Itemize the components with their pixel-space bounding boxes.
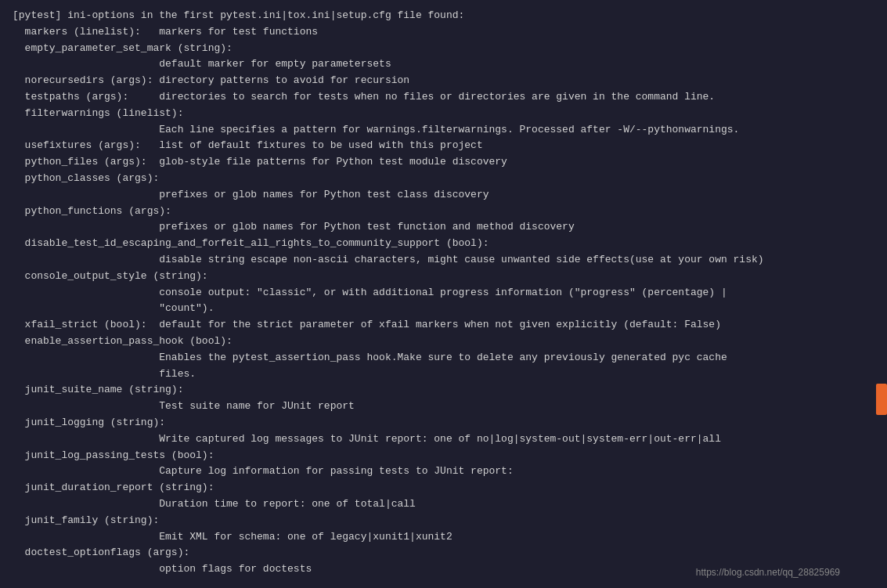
terminal-line: files. [13,366,874,383]
scrollbar-indicator[interactable] [876,384,887,415]
terminal-line: disable_test_id_escaping_and_forfeit_all… [13,236,874,252]
terminal-line: prefixes or glob names for Python test c… [13,187,874,204]
terminal-line: norecursedirs (args): directory patterns… [13,73,874,89]
terminal-line: filterwarnings (linelist): [13,106,874,122]
terminal-line: junit_log_passing_tests (bool): [13,448,874,464]
terminal-line: Test suite name for JUnit report [13,399,874,415]
terminal-line: Each line specifies a pattern for warnin… [13,122,874,139]
terminal-line: junit_suite_name (string): [13,382,874,399]
terminal-line: junit_logging (string): [13,415,874,431]
terminal-line: [pytest] ini-options in the first pytest… [13,8,874,24]
terminal-line: Capture log information for passing test… [13,464,874,480]
terminal-line: doctest_optionflags (args): [13,545,874,561]
terminal-line: Emit XML for schema: one of legacy|xunit… [13,529,874,546]
terminal-line: junit_duration_report (string): [13,480,874,496]
terminal-window: [pytest] ini-options in the first pytest… [0,0,887,588]
terminal-line: enable_assertion_pass_hook (bool): [13,334,874,350]
terminal-line: Enables the pytest_assertion_pass hook.M… [13,350,874,366]
terminal-line: markers (linelist): markers for test fun… [13,24,874,41]
terminal-line: empty_parameter_set_mark (string): [13,41,874,57]
terminal-line: xfail_strict (bool): default for the str… [13,317,874,334]
terminal-line: python_classes (args): [13,171,874,187]
terminal-line: disable string escape non-ascii characte… [13,252,874,269]
terminal-line: Write captured log messages to JUnit rep… [13,431,874,448]
terminal-line: Duration time to report: one of total|ca… [13,496,874,513]
terminal-output: [pytest] ini-options in the first pytest… [13,8,874,578]
terminal-line: console output: "classic", or with addit… [13,285,874,301]
watermark: https://blog.csdn.net/qq_28825969 [696,565,840,580]
terminal-line: usefixtures (args): list of default fixt… [13,138,874,154]
terminal-line: console_output_style (string): [13,269,874,285]
terminal-line: default marker for empty parametersets [13,56,874,73]
terminal-line: junit_family (string): [13,513,874,529]
terminal-line: prefixes or glob names for Python test f… [13,219,874,236]
terminal-line: testpaths (args): directories to search … [13,89,874,106]
terminal-line: python_functions (args): [13,204,874,220]
terminal-line: python_files (args): glob-style file pat… [13,154,874,171]
terminal-line: "count"). [13,301,874,317]
